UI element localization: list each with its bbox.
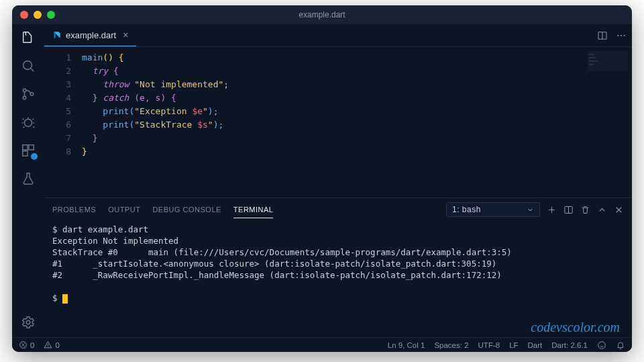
terminal-line: StackTrace #0 main (file:///Users/cvc/Do… [52,246,624,258]
titlebar: example.dart [12,5,632,24]
editor-actions [597,24,627,46]
panel-tabs: PROBLEMS OUTPUT DEBUG CONSOLE TERMINAL 1… [44,198,632,221]
window-controls [20,11,55,19]
svg-point-10 [617,34,619,36]
source-control-icon[interactable] [20,86,36,102]
status-warnings[interactable]: 0 [44,341,59,349]
status-eol[interactable]: LF [509,341,518,349]
code-editor[interactable]: 12 34 56 78 main() { try { throw "Not im… [44,47,632,197]
dart-file-icon [52,30,62,40]
new-terminal-icon[interactable] [547,205,557,215]
editor-group: example.dart × 12 34 56 [44,24,632,337]
watermark: codevscolor.com [531,322,620,333]
svg-point-3 [30,93,34,96]
status-line-col[interactable]: Ln 9, Col 1 [388,341,425,349]
terminal-line: Exception Not implemented [52,235,624,246]
line-numbers: 12 34 56 78 [44,51,82,193]
status-language[interactable]: Dart [528,341,543,349]
chevron-down-icon [527,206,534,214]
code-content: main() { try { throw "Not implemented"; … [82,51,632,193]
tab-problems[interactable]: PROBLEMS [52,201,96,218]
status-bar: 0 0 Ln 9, Col 1 Spaces: 2 UTF-8 LF Dart … [12,337,632,352]
svg-rect-7 [23,151,28,156]
status-spaces[interactable]: Spaces: 2 [434,341,468,349]
debug-icon[interactable] [20,114,36,130]
terminal-line: #2 _RawReceivePortImpl._handleMessage (d… [52,269,624,281]
minimize-window-icon[interactable] [34,11,42,19]
svg-point-2 [23,96,26,99]
explorer-icon[interactable] [20,30,36,46]
extensions-icon[interactable] [20,142,36,159]
split-editor-icon[interactable] [597,30,608,41]
svg-rect-6 [29,145,34,150]
tab-label: example.dart [66,30,116,40]
tab-bar: example.dart × [44,24,632,47]
editor-window: example.dart [12,5,632,352]
status-sdk[interactable]: Dart: 2.6.1 [551,341,588,349]
svg-rect-5 [23,145,28,150]
svg-point-0 [23,61,32,70]
split-terminal-icon[interactable] [564,205,574,215]
maximize-panel-icon[interactable] [597,205,607,215]
bottom-panel: PROBLEMS OUTPUT DEBUG CONSOLE TERMINAL 1… [44,197,632,337]
svg-point-15 [598,341,606,349]
badge-icon [31,153,38,160]
svg-point-1 [23,89,26,92]
close-tab-icon[interactable]: × [123,30,128,40]
svg-point-11 [621,34,622,36]
terminal-prompt: $ [52,292,624,304]
terminal-line: #1 _startIsolate.<anonymous closure> (da… [52,258,624,269]
settings-gear-icon[interactable] [20,314,36,330]
notifications-bell-icon[interactable] [616,341,625,350]
feedback-smiley-icon[interactable] [597,341,606,350]
kill-terminal-icon[interactable] [580,205,590,215]
minimap[interactable]: ▬▬▬▬▬▬▬▬▬▬▬▬▬▬▬ [588,51,628,71]
activity-bar [12,24,44,337]
test-beaker-icon[interactable] [20,171,36,187]
svg-point-12 [624,34,625,36]
tab-example-dart[interactable]: example.dart × [44,24,136,46]
tab-output[interactable]: OUTPUT [108,201,140,218]
more-actions-icon[interactable] [616,30,627,41]
status-encoding[interactable]: UTF-8 [478,341,500,349]
close-window-icon[interactable] [20,11,28,19]
terminal-selector-label: 1: bash [452,205,481,214]
search-icon[interactable] [20,58,36,74]
window-title: example.dart [12,10,632,19]
terminal-body[interactable]: $ dart example.dart Exception Not implem… [44,221,632,337]
maximize-window-icon[interactable] [47,11,55,19]
terminal-selector[interactable]: 1: bash [446,202,540,217]
close-panel-icon[interactable] [614,205,624,215]
status-errors[interactable]: 0 [19,341,34,349]
terminal-line: $ dart example.dart [52,224,624,235]
tab-terminal[interactable]: TERMINAL [233,201,274,218]
tab-debug-console[interactable]: DEBUG CONSOLE [152,201,221,218]
svg-point-8 [26,320,30,324]
cursor-icon [62,294,68,304]
svg-point-4 [25,119,32,126]
